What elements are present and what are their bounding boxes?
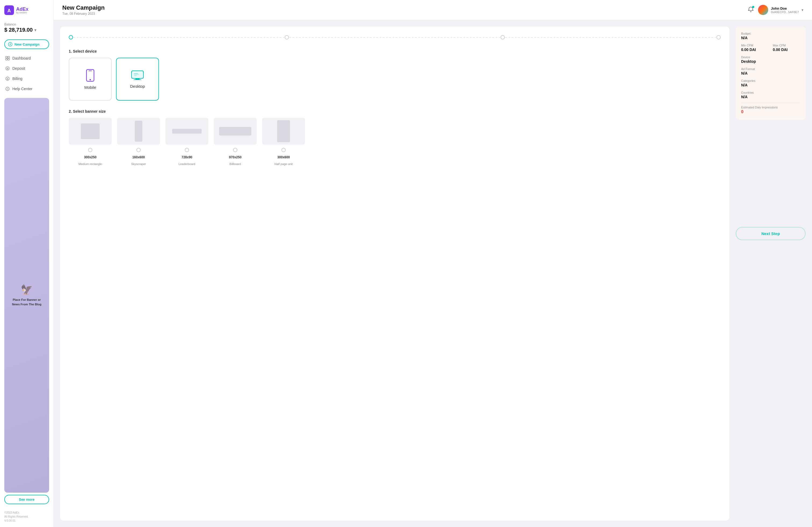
banner-preview-300x600 xyxy=(262,118,305,145)
footer-text: ©2023 AdEx.All Rights Reserved.V.0.00.01 xyxy=(4,511,29,522)
banner-radio-300x250[interactable] xyxy=(88,148,92,152)
banner-size-970x250: 970x250 xyxy=(229,155,242,159)
page-title: New Campaign xyxy=(62,4,105,11)
balance-label: Balance xyxy=(4,22,49,26)
banner-radio-728x90[interactable] xyxy=(185,148,189,152)
svg-text:$: $ xyxy=(7,77,8,80)
user-name: John Doe xyxy=(771,6,799,11)
notification-button[interactable] xyxy=(748,6,754,14)
step-3-dot xyxy=(501,35,505,40)
summary-adformat-value: N/A xyxy=(741,71,800,75)
balance-chevron-icon[interactable]: ▾ xyxy=(34,28,36,32)
banner-radio-160x600[interactable] xyxy=(136,148,141,152)
summary-max-cpm-label: Max CPM xyxy=(773,44,800,47)
balance-section: Balance $ 28,719.00 ▾ xyxy=(0,20,54,37)
banner-size-160x600: 160x600 xyxy=(132,155,145,159)
banner-radio-300x600[interactable] xyxy=(281,148,286,152)
new-campaign-button[interactable]: New Campaign xyxy=(4,40,49,49)
logo-text: AdEx by Ambire xyxy=(16,7,28,14)
svg-rect-18 xyxy=(135,79,140,79)
summary-min-cpm-col: Min CPM 0.00 DAI xyxy=(741,44,768,52)
banner-card-300x250[interactable]: 300x250 Medium rectangle xyxy=(69,118,112,166)
summary-categories-row: Categories N/A xyxy=(741,79,800,87)
adex-logo-icon: A xyxy=(4,5,14,15)
summary-countries-row: Countries N/A xyxy=(741,91,800,99)
banner-card-970x250[interactable]: 970x250 Billboard xyxy=(214,118,257,166)
summary-device-row: Device Desktop xyxy=(741,56,800,64)
see-more-label: See more xyxy=(19,497,35,501)
desktop-icon xyxy=(131,70,144,81)
step-2-dot xyxy=(285,35,289,40)
banner-radio-970x250[interactable] xyxy=(233,148,237,152)
banner-size-728x90: 728x90 xyxy=(182,155,192,159)
svg-rect-22 xyxy=(134,75,137,76)
banner-preview-160x600 xyxy=(117,118,160,145)
sidebar-item-billing[interactable]: $ Billing xyxy=(2,74,51,84)
balance-amount[interactable]: $ 28,719.00 ▾ xyxy=(4,27,49,33)
summary-min-cpm-label: Min CPM xyxy=(741,44,768,47)
banner-shape-300x250 xyxy=(81,123,100,139)
user-profile[interactable]: John Doe 0xA9ECFD...5AF8E7 ▾ xyxy=(758,5,803,15)
summary-panel: Budget: N/A Min CPM 0.00 DAI Max CPM 0.0… xyxy=(736,27,806,521)
sidebar-item-deposit-label: Deposit xyxy=(12,66,25,71)
balance-value: $ 28,719.00 xyxy=(4,27,33,33)
user-chevron-icon[interactable]: ▾ xyxy=(801,8,803,12)
svg-rect-7 xyxy=(8,59,10,60)
mobile-icon xyxy=(85,69,96,82)
banner-shape-160x600 xyxy=(135,121,142,142)
see-more-button[interactable]: See more xyxy=(4,495,49,504)
summary-card: Budget: N/A Min CPM 0.00 DAI Max CPM 0.0… xyxy=(736,27,806,120)
summary-estimated-value: 0 xyxy=(741,109,800,114)
banner-text: Place For Banner or News From The Blog xyxy=(9,298,45,306)
step-line-2 xyxy=(289,37,500,37)
summary-cpm-row: Min CPM 0.00 DAI Max CPM 0.00 DAI xyxy=(741,44,800,52)
banner-card-728x90[interactable]: 728x90 Leaderboard xyxy=(165,118,208,166)
svg-rect-20 xyxy=(134,73,138,74)
summary-estimated-row: Estimated Daly Impressions 0 xyxy=(741,106,800,114)
billing-icon: $ xyxy=(5,76,10,81)
next-step-wrapper: Next Step xyxy=(736,227,806,240)
banner-name-970x250: Billboard xyxy=(230,162,241,166)
banner-name-160x600: Skyscraper xyxy=(131,162,146,166)
svg-rect-19 xyxy=(134,79,141,80)
progress-steps xyxy=(69,35,721,40)
banner-card-300x600[interactable]: 300x600 Half page unit xyxy=(262,118,305,166)
device-card-mobile[interactable]: Mobile xyxy=(69,58,112,101)
banner-card-160x600[interactable]: 160x600 Skyscraper xyxy=(117,118,160,166)
summary-max-cpm-col: Max CPM 0.00 DAI xyxy=(773,44,800,52)
grid-icon xyxy=(5,56,10,60)
notification-dot xyxy=(752,6,754,8)
next-step-button[interactable]: Next Step xyxy=(736,227,806,240)
header: New Campaign Tue, 08 February 2023 John … xyxy=(54,0,812,20)
summary-categories-value: N/A xyxy=(741,83,800,87)
sidebar-item-help-label: Help Center xyxy=(12,87,32,91)
step-4-dot xyxy=(716,35,721,40)
next-step-label: Next Step xyxy=(761,231,780,236)
rocket-icon xyxy=(8,42,12,46)
banner-shape-970x250 xyxy=(219,127,251,136)
device-card-desktop[interactable]: Desktop xyxy=(116,58,159,101)
nav-items: Dashboard Deposit $ Billing ? Help Cente… xyxy=(0,54,54,94)
svg-point-14 xyxy=(90,79,91,80)
svg-text:?: ? xyxy=(7,88,8,90)
campaign-form-card: 1. Select device Mobile xyxy=(60,27,729,521)
device-grid: Mobile Desktop xyxy=(69,58,721,101)
svg-rect-15 xyxy=(89,71,92,71)
step-1-dot xyxy=(69,35,73,40)
help-icon: ? xyxy=(5,87,10,91)
device-section-label: 1. Select device xyxy=(69,49,721,54)
banner-name-728x90: Leaderboard xyxy=(178,162,195,166)
summary-estimated-label: Estimated Daly Impressions xyxy=(741,106,800,109)
desktop-device-label: Desktop xyxy=(130,84,145,89)
summary-countries-value: N/A xyxy=(741,95,800,99)
user-address: 0xA9ECFD...5AF8E7 xyxy=(771,11,799,14)
banner-name-300x600: Half page unit xyxy=(274,162,293,166)
sidebar-item-help[interactable]: ? Help Center xyxy=(2,84,51,94)
summary-device-value: Desktop xyxy=(741,59,800,64)
sidebar-item-deposit[interactable]: Deposit xyxy=(2,64,51,73)
sidebar-item-billing-label: Billing xyxy=(12,76,22,81)
sidebar-item-dashboard[interactable]: Dashboard xyxy=(2,54,51,63)
banner-illustration: 🦅 xyxy=(21,284,33,296)
summary-adformat-row: Ad Format N/A xyxy=(741,67,800,75)
mobile-device-label: Mobile xyxy=(84,85,96,90)
